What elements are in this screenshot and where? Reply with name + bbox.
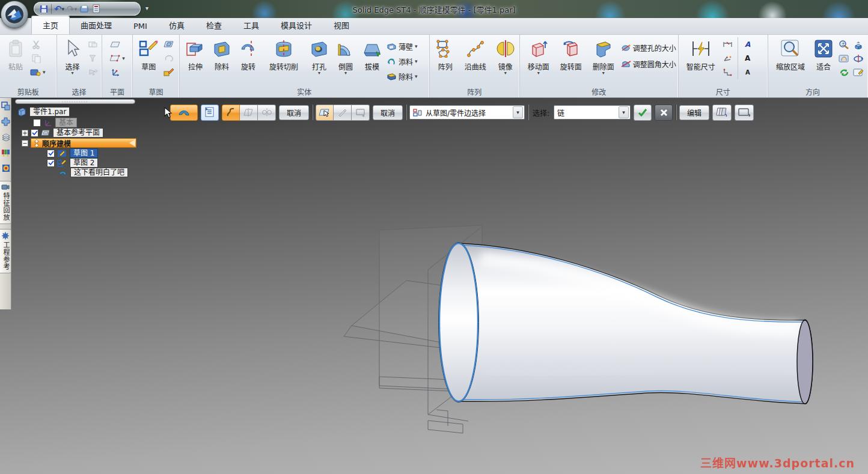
coordinate-system-icon[interactable] xyxy=(109,67,121,77)
pathfinder-drag-handle[interactable]: ::::::::::: xyxy=(15,99,135,104)
pattern-button[interactable]: 阵列 xyxy=(432,37,459,87)
edge-select-dropdown[interactable]: 从草图/零件边选择 ▾ xyxy=(409,105,525,120)
tree-item-sketch-1[interactable]: 草图 1 xyxy=(47,148,98,158)
delete-face-button[interactable]: 删除面 ▾ xyxy=(587,37,620,87)
along-curve-button[interactable]: 沿曲线 xyxy=(459,37,492,87)
tab-feature-playback[interactable]: 特征回放 xyxy=(0,181,11,224)
tab-mold-design[interactable]: 模具设计 xyxy=(270,16,323,34)
tree-item-sketch-2[interactable]: 草图 2 xyxy=(47,158,98,168)
feature-library-icon[interactable] xyxy=(0,114,11,129)
ordered-modeling-banner[interactable]: 顺序建模 xyxy=(31,138,136,148)
fit-button[interactable]: 适合 xyxy=(810,37,837,87)
tree-root-part[interactable]: 零件1.par xyxy=(17,107,70,117)
refresh-view-icon[interactable] xyxy=(838,67,850,77)
pathfinder-tab-icon[interactable] xyxy=(0,98,11,114)
graphics-viewport[interactable]: ::::::::::: 零件1.par 基本 + 基本参考平面 − xyxy=(0,98,868,474)
zoom-area-button[interactable]: 缩放区域 xyxy=(771,37,810,87)
bottle-solid[interactable] xyxy=(439,243,813,404)
dropdown-arrow[interactable]: ▾ xyxy=(513,106,523,118)
text-decrease-icon[interactable]: A xyxy=(742,67,754,77)
collapse-minus[interactable]: − xyxy=(22,140,28,147)
resize-round-button[interactable]: 调整圆角大小 xyxy=(621,58,676,69)
checkbox-checked[interactable] xyxy=(47,150,55,157)
tab-view[interactable]: 视图 xyxy=(323,16,360,34)
cut-icon[interactable] xyxy=(30,39,42,50)
region-button[interactable] xyxy=(352,105,370,121)
cancel-select-button[interactable]: 取消 xyxy=(373,105,403,120)
tab-tools[interactable]: 工具 xyxy=(233,16,270,34)
bottle-mouth-edge[interactable] xyxy=(439,243,478,401)
checkbox-checked[interactable] xyxy=(47,159,55,167)
zoom-icon[interactable]: ± xyxy=(838,39,850,50)
undo-button[interactable]: ↶▾ xyxy=(54,4,64,14)
tab-surfacing[interactable]: 曲面处理 xyxy=(70,16,123,34)
redo-button[interactable]: ↷▾ xyxy=(67,4,77,14)
select-type-dropdown[interactable]: 链 ▾ xyxy=(554,105,631,120)
select-window-icon[interactable] xyxy=(87,39,99,50)
step-profile-button[interactable] xyxy=(222,105,240,121)
color-manager-icon[interactable] xyxy=(0,160,11,176)
resize-hole-button[interactable]: 调整孔的大小 xyxy=(621,42,676,53)
plane-more-button[interactable]: ▾ xyxy=(109,53,125,64)
dimension-style-icon[interactable]: A xyxy=(742,39,754,50)
layers-icon[interactable] xyxy=(0,129,11,145)
tab-engineering-reference[interactable]: 工程参考 xyxy=(0,229,11,273)
sketch-plane-icon[interactable] xyxy=(163,39,175,50)
open-button[interactable] xyxy=(79,4,90,14)
tree-item-base[interactable]: 基本 xyxy=(33,118,77,127)
copy-icon[interactable] xyxy=(30,53,42,64)
distance-between-icon[interactable] xyxy=(722,39,734,50)
sketch-rotate-icon[interactable] xyxy=(163,53,175,64)
checkbox-checked[interactable] xyxy=(31,129,38,137)
expand-plus[interactable]: + xyxy=(22,130,28,136)
print-preview-button[interactable] xyxy=(92,4,101,14)
select-from-sketch-button[interactable] xyxy=(316,105,334,121)
cancel-x-button[interactable] xyxy=(655,105,673,121)
checkbox-unchecked[interactable] xyxy=(33,119,41,127)
format-painter-button[interactable]: ▾ xyxy=(30,67,46,77)
draft-button[interactable]: 拔模 xyxy=(359,37,385,87)
cutout-button[interactable]: 除料 xyxy=(209,37,235,87)
tree-item-revolve-feature[interactable]: 这下看明白了吧 xyxy=(58,168,128,177)
extrude-button[interactable]: 拉伸 xyxy=(182,37,209,87)
bottle-end-face[interactable] xyxy=(797,320,813,404)
application-button[interactable] xyxy=(1,1,28,28)
coordinate-dimension-icon[interactable] xyxy=(722,67,734,77)
sketch-edit-icon[interactable] xyxy=(163,67,175,77)
pan-icon[interactable] xyxy=(838,53,850,64)
remove-material-button[interactable]: 除料 ▾ xyxy=(387,71,418,82)
select-button[interactable]: 选择 ▾ xyxy=(60,37,86,87)
step-axis-button[interactable] xyxy=(258,105,276,121)
select-toggle-icon[interactable] xyxy=(87,67,99,77)
sensors-icon[interactable] xyxy=(0,145,11,160)
tab-inspect[interactable]: 检查 xyxy=(195,16,233,34)
bounding-box-button[interactable] xyxy=(735,105,754,121)
cancel-step-button[interactable]: 取消 xyxy=(279,105,309,120)
construction-display-button[interactable] xyxy=(712,105,732,121)
tree-item-ordered-modeling[interactable]: − 顺序建模 xyxy=(22,138,136,148)
edit-profile-button[interactable] xyxy=(334,105,352,121)
paste-button[interactable]: 粘贴 xyxy=(2,37,29,87)
tab-home[interactable]: 主页 xyxy=(31,16,70,34)
hole-button[interactable]: 打孔 ▾ xyxy=(306,37,332,87)
move-face-button[interactable]: 移动面 ▾ xyxy=(522,37,555,87)
smart-dimension-button[interactable]: 智能尺寸 xyxy=(681,37,721,87)
rotate-view-icon[interactable] xyxy=(852,53,864,64)
rotate-face-button[interactable]: 旋转面 xyxy=(555,37,587,87)
accept-button[interactable] xyxy=(634,105,652,121)
common-views-icon[interactable] xyxy=(852,39,864,50)
tab-pmi[interactable]: PMI xyxy=(123,19,158,34)
thin-wall-button[interactable]: 薄壁 ▾ xyxy=(387,41,418,52)
revolve-button[interactable]: 旋转 xyxy=(235,37,261,87)
revolved-cut-button[interactable]: 旋转切削 xyxy=(261,37,306,87)
plane-icon[interactable] xyxy=(109,39,121,50)
select-filter-icon[interactable] xyxy=(87,53,99,64)
angle-between-icon[interactable] xyxy=(722,53,734,64)
round-button[interactable]: 倒圆 ▾ xyxy=(332,37,359,87)
options-button[interactable] xyxy=(201,105,219,121)
view-styles-icon[interactable] xyxy=(852,67,864,77)
tab-simulation[interactable]: 仿真 xyxy=(158,16,195,34)
revolve-command-button[interactable] xyxy=(170,105,198,121)
tree-item-base-ref-planes[interactable]: + 基本参考平面 xyxy=(22,128,103,138)
edit-button[interactable]: 编辑 xyxy=(679,105,709,120)
